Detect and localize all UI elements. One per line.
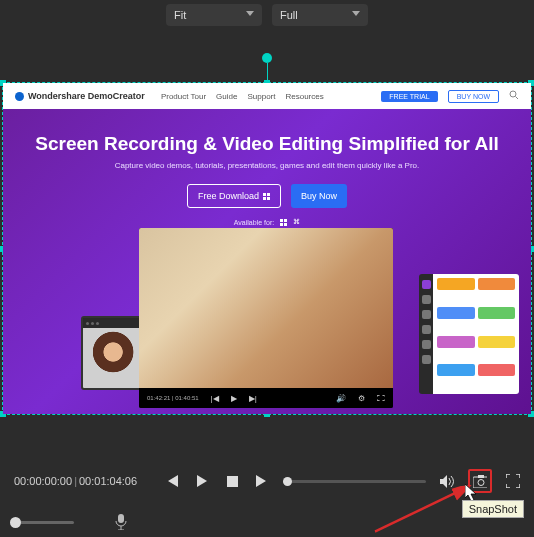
player-video bbox=[139, 228, 393, 388]
microphone-button[interactable] bbox=[114, 515, 128, 529]
nav-link: Guide bbox=[216, 92, 237, 101]
full-dropdown[interactable]: Full bbox=[272, 4, 368, 26]
play-button[interactable] bbox=[195, 474, 209, 488]
panel-tab-icon bbox=[422, 325, 431, 334]
timecode: 00:00:00:00|00:01:04:06 bbox=[14, 475, 137, 487]
nav-link: Resources bbox=[285, 92, 323, 101]
hero-subtitle: Capture video demos, tutorials, presenta… bbox=[3, 161, 531, 170]
swatch bbox=[478, 336, 516, 348]
time-current: 00:00:00:00 bbox=[14, 475, 72, 487]
swatch bbox=[437, 278, 475, 290]
full-label: Full bbox=[280, 9, 298, 21]
recorded-content: Wondershare DemoCreator Product Tour Gui… bbox=[3, 83, 531, 414]
skip-back-button[interactable] bbox=[165, 474, 179, 488]
player-timecode: 01:42:21 | 01:40:51 bbox=[147, 395, 199, 401]
buy-now-button: Buy Now bbox=[291, 184, 347, 208]
panel-tab-icon bbox=[422, 280, 431, 289]
panel-tab-icon bbox=[422, 295, 431, 304]
svg-point-0 bbox=[510, 91, 516, 97]
brand-logo: Wondershare DemoCreator bbox=[15, 91, 145, 101]
mac-icon: ⌘ bbox=[293, 218, 300, 226]
rotate-handle[interactable] bbox=[262, 53, 272, 63]
skip-forward-button[interactable] bbox=[255, 474, 269, 488]
stop-button[interactable] bbox=[225, 474, 239, 488]
panel-tab-icon bbox=[422, 340, 431, 349]
next-icon: ▶| bbox=[249, 394, 257, 403]
swatch bbox=[437, 307, 475, 319]
play-icon: ▶ bbox=[231, 394, 237, 403]
fullscreen-button[interactable] bbox=[506, 474, 520, 488]
buy-now-header-button: BUY NOW bbox=[448, 90, 499, 103]
panel-tab-icon bbox=[422, 355, 431, 364]
panel-tab-icon bbox=[422, 310, 431, 319]
free-download-button: Free Download bbox=[187, 184, 281, 208]
site-nav: Product Tour Guide Support Resources bbox=[161, 92, 324, 101]
logo-icon bbox=[15, 92, 24, 101]
chevron-down-icon bbox=[352, 11, 360, 19]
fit-dropdown[interactable]: Fit bbox=[166, 4, 262, 26]
svg-rect-7 bbox=[118, 514, 124, 523]
volume-button[interactable] bbox=[440, 474, 454, 488]
time-total: 00:01:04:06 bbox=[79, 475, 137, 487]
canvas-selection[interactable]: Wondershare DemoCreator Product Tour Gui… bbox=[2, 82, 532, 415]
search-icon bbox=[509, 90, 519, 102]
swatch bbox=[478, 278, 516, 290]
hero-title: Screen Recording & Video Editing Simplif… bbox=[3, 133, 531, 155]
bottom-bar bbox=[0, 508, 534, 536]
nav-link: Support bbox=[247, 92, 275, 101]
volume-icon: 🔊 bbox=[336, 394, 346, 403]
embedded-player: 01:42:21 | 01:40:51 |◀ ▶ ▶| 🔊 ⚙ ⛶ bbox=[139, 228, 393, 408]
available-for: Available for: ⌘ bbox=[3, 218, 531, 226]
swatch bbox=[478, 364, 516, 376]
settings-icon: ⚙ bbox=[358, 394, 365, 403]
brand-text: Wondershare DemoCreator bbox=[28, 91, 145, 101]
windows-icon bbox=[280, 219, 287, 226]
swatch bbox=[478, 307, 516, 319]
svg-rect-2 bbox=[227, 476, 238, 487]
swatch bbox=[437, 364, 475, 376]
windows-icon bbox=[263, 193, 270, 200]
svg-line-1 bbox=[516, 97, 519, 100]
swatch bbox=[437, 336, 475, 348]
site-header: Wondershare DemoCreator Product Tour Gui… bbox=[3, 83, 531, 109]
effects-panel bbox=[419, 274, 519, 394]
fit-label: Fit bbox=[174, 9, 186, 21]
svg-rect-4 bbox=[478, 475, 484, 478]
zoom-slider[interactable] bbox=[14, 521, 74, 524]
progress-slider[interactable] bbox=[283, 480, 426, 483]
palette-grid bbox=[433, 274, 519, 394]
chevron-down-icon bbox=[246, 11, 254, 19]
expand-icon: ⛶ bbox=[377, 394, 385, 403]
hero-section: Screen Recording & Video Editing Simplif… bbox=[3, 109, 531, 414]
player-controls: 01:42:21 | 01:40:51 |◀ ▶ ▶| 🔊 ⚙ ⛶ bbox=[139, 388, 393, 408]
prev-icon: |◀ bbox=[211, 394, 219, 403]
free-trial-button: FREE TRIAL bbox=[381, 91, 437, 102]
nav-link: Product Tour bbox=[161, 92, 206, 101]
